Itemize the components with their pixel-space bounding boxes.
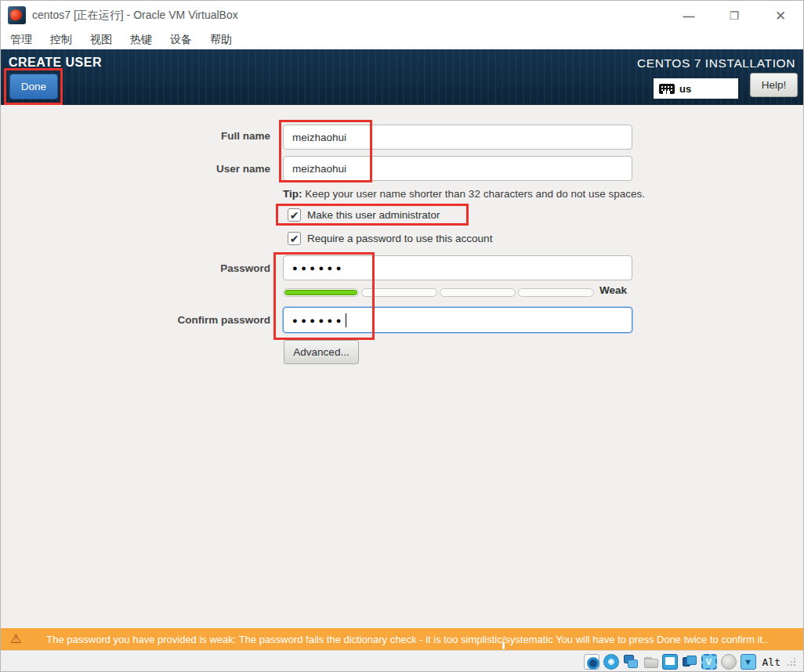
keyboard-layout-indicator[interactable]: us (654, 78, 738, 99)
resize-grip[interactable] (788, 658, 795, 666)
network-icon[interactable] (623, 654, 639, 670)
page-title: CREATE USER (9, 56, 102, 70)
product-title: CENTOS 7 INSTALLATION (637, 56, 795, 70)
keyboard-icon (659, 84, 675, 94)
warning-text: The password you have provided is weak: … (46, 634, 768, 645)
password-strength-label: Weak (599, 284, 627, 296)
warning-bar: ⚠ The password you have provided is weak… (1, 628, 803, 650)
menu-item-control[interactable]: 控制 (50, 33, 72, 47)
menu-item-hotkeys[interactable]: 热键 (130, 33, 152, 47)
check-icon: ✔ (290, 210, 299, 221)
user-name-value: meizhaohui (292, 163, 346, 175)
statusbar: V ▼ Alt (1, 650, 803, 672)
text-caret (346, 313, 347, 327)
keyboard-capture-icon[interactable]: ▼ (741, 654, 756, 670)
require-password-checkbox[interactable]: ✔ (288, 232, 301, 245)
menu-item-devices[interactable]: 设备 (170, 33, 192, 47)
host-key-label: Alt (762, 656, 780, 668)
close-button[interactable]: ✕ (765, 1, 796, 31)
password-masked-value: ●●●●●● (292, 263, 345, 273)
virtualization-chip-icon[interactable]: V (701, 654, 717, 670)
menu-item-help[interactable]: 帮助 (210, 33, 232, 47)
mouse-cursor (502, 642, 505, 649)
check-icon: ✔ (290, 233, 299, 244)
password-label: Password (114, 262, 270, 274)
hard-disk-icon[interactable] (584, 654, 599, 670)
require-password-checkbox-row[interactable]: ✔ Require a password to use this account (288, 232, 492, 245)
confirm-password-label: Confirm password (114, 314, 270, 326)
titlebar: centos7 [正在运行] - Oracle VM VirtualBox — … (1, 1, 803, 31)
menu-item-machine[interactable]: 管理 (10, 33, 32, 47)
admin-checkbox[interactable]: ✔ (288, 208, 301, 222)
video-capture-icon[interactable] (682, 654, 697, 670)
user-name-input[interactable]: meizhaohui (283, 156, 632, 181)
minimize-button[interactable]: — (673, 1, 704, 31)
require-password-checkbox-label: Require a password to use this account (307, 233, 492, 244)
menu-item-view[interactable]: 视图 (90, 33, 112, 47)
strength-segment (361, 288, 437, 297)
advanced-button[interactable]: Advanced... (284, 340, 359, 364)
admin-checkbox-row[interactable]: ✔ Make this user administrator (288, 208, 440, 222)
username-tip: Tip: Keep your user name shorter than 32… (283, 188, 645, 200)
display-icon[interactable] (662, 654, 678, 670)
optical-disc-icon[interactable] (603, 654, 619, 670)
shared-folders-icon[interactable] (643, 654, 658, 670)
strength-segment (440, 288, 516, 297)
mouse-integration-icon[interactable] (721, 654, 737, 670)
password-strength-bar (283, 288, 594, 297)
keyboard-layout-label: us (679, 83, 691, 95)
virtualbox-logo-icon (8, 6, 26, 24)
menubar: 管理 控制 视图 热键 设备 帮助 (1, 31, 803, 49)
installer-header: CREATE USER Done CENTOS 7 INSTALLATION u… (1, 49, 803, 105)
done-button[interactable]: Done (9, 74, 58, 99)
user-name-label: User name (114, 163, 270, 175)
help-button[interactable]: Help! (750, 73, 798, 97)
full-name-value: meizhaohui (292, 132, 346, 143)
full-name-input[interactable]: meizhaohui (283, 125, 632, 150)
full-name-label: Full name (114, 130, 270, 142)
window-title: centos7 [正在运行] - Oracle VM VirtualBox (32, 9, 238, 23)
confirm-password-input[interactable]: ●●●●●● (283, 307, 632, 333)
confirm-password-masked-value: ●●●●●● (292, 316, 345, 325)
warning-icon: ⚠ (10, 633, 21, 645)
password-input[interactable]: ●●●●●● (283, 255, 632, 280)
admin-checkbox-label: Make this user administrator (307, 209, 440, 221)
strength-segment (518, 288, 594, 297)
create-user-form: Full name meizhaohui User name meizhaohu… (1, 105, 803, 628)
maximize-button[interactable]: ❐ (719, 1, 750, 31)
strength-segment (283, 288, 359, 297)
virtualbox-window: centos7 [正在运行] - Oracle VM VirtualBox — … (0, 0, 804, 672)
